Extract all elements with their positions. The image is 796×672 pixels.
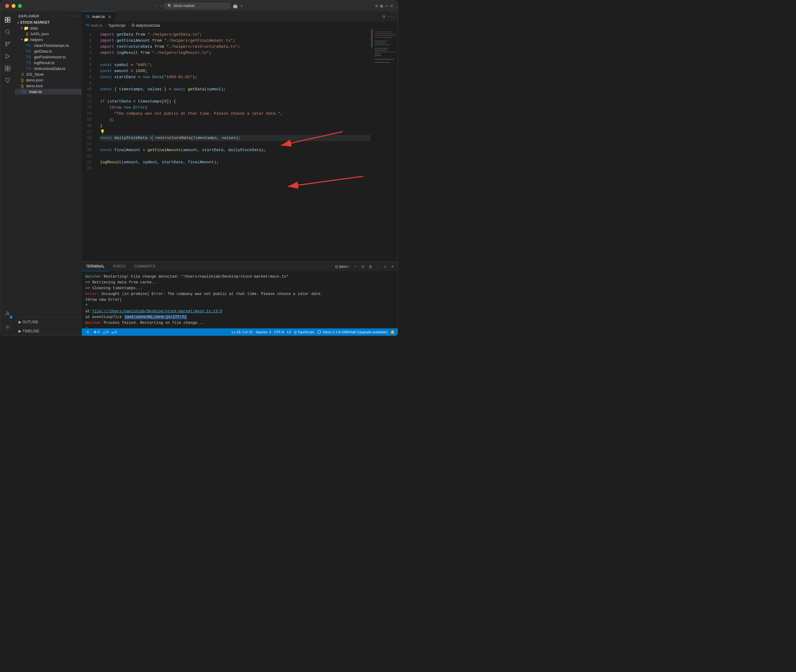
tree-item-ds-store[interactable]: ☰ .DS_Store (15, 72, 82, 77)
terminal-line-2: => Retrieving data from cache... (85, 280, 394, 286)
nav-back-button[interactable]: ← (155, 3, 158, 8)
tree-item-restructuredata[interactable]: TS restructureData.ts (15, 66, 82, 72)
status-bar: X ⊗ 0 △ 0 ⑉ 0 Ln 18, Col 23 Spaces: 4 UT… (82, 328, 398, 336)
status-spaces[interactable]: Spaces: 4 (256, 330, 271, 334)
file-label: getFinalAmount.ts (34, 55, 66, 59)
tree-item-main-ts[interactable]: TS main.ts (15, 89, 82, 94)
status-bell-icon[interactable]: 🔔 (390, 330, 395, 334)
terminal-content[interactable]: Watcher Restarting! File change detected… (82, 272, 398, 328)
maximize-button[interactable] (18, 4, 22, 8)
terminal-split-icon[interactable]: ⊟ (360, 264, 366, 269)
activity-item-extensions[interactable] (2, 63, 13, 74)
sidebar-actions: ··· (70, 14, 78, 19)
status-warnings[interactable]: △ 0 (103, 330, 109, 334)
terminal-link[interactable]: file:///Users/naelshiab/Desktop/stock-ma… (93, 309, 222, 314)
status-line-ending[interactable]: LF (287, 330, 291, 334)
editor-scrollbar[interactable] (370, 29, 373, 261)
terminal-line-3: => Cleaning timestamps... (85, 286, 394, 291)
activity-item-source-control[interactable] (2, 38, 13, 50)
status-encoding[interactable]: UTF-8 (274, 330, 284, 334)
search-bar[interactable]: 🔍 stock-market (164, 2, 231, 9)
panel-icon[interactable]: ▭ (385, 3, 388, 8)
tab-terminal[interactable]: TERMINAL (82, 262, 109, 271)
watcher-label: Watcher (85, 275, 102, 279)
watcher-error-label: Watcher (85, 321, 102, 325)
code-line-20: const finalAmount = getFinalAmount(amoun… (100, 147, 370, 153)
activity-item-settings[interactable] (2, 322, 13, 333)
tab-close-icon[interactable]: ✕ (108, 14, 112, 19)
tree-item-getfinalamount[interactable]: TS getFinalAmount.ts (15, 54, 82, 60)
terminal-add-icon[interactable]: ＋ (352, 263, 358, 270)
editor-container: 1 2 3 4 5 6 7 8 9 10 11 12 13 14 (82, 29, 398, 261)
more-actions-icon[interactable]: ··· (388, 14, 395, 19)
tree-item-aapl-json[interactable]: {} AAPL.json (15, 31, 82, 37)
nav-forward-button[interactable]: → (160, 3, 162, 8)
status-errors[interactable]: ⊗ 0 (94, 330, 100, 334)
folder-arrow-icon: ▾ (21, 26, 22, 30)
titlebar-right: ⊞ ▣ ▭ ⊡ (375, 3, 393, 8)
terminal-more-icon[interactable]: ··· (376, 264, 381, 269)
outline-header[interactable]: ▶ OUTLINE (15, 319, 82, 325)
copilot-icon[interactable]: 🤖 ▾ (233, 3, 243, 8)
svg-rect-26 (375, 53, 380, 54)
sidebar-more-icon[interactable]: ··· (70, 14, 78, 19)
activity-item-testing[interactable] (2, 75, 13, 86)
svg-point-4 (5, 30, 9, 34)
code-content[interactable]: import getData from "./helpers/getData.t… (95, 29, 370, 261)
terminal-panel: TERMINAL PORTS COMMENTS ⊡ deno ▾ ＋ ⊟ 🗑 ·… (82, 261, 398, 328)
status-ln-col[interactable]: Ln 18, Col 23 (232, 330, 253, 334)
split-editor-icon[interactable]: ⊟ (382, 14, 385, 19)
more-layout-icon[interactable]: ⊡ (390, 3, 393, 8)
status-info[interactable]: ⑉ 0 (112, 330, 117, 334)
tree-item-cleantimestamps[interactable]: TS cleanTimestamps.ts (15, 43, 82, 48)
svg-rect-10 (5, 66, 8, 69)
status-x-button[interactable]: X (85, 330, 91, 334)
line-num-12: 12 (82, 99, 95, 105)
svg-rect-2 (5, 20, 7, 22)
svg-rect-23 (375, 48, 388, 49)
tree-item-helpers-folder[interactable]: ▾ 📁 helpers (15, 37, 82, 43)
tree-item-logresult[interactable]: TS logResult.ts (15, 60, 82, 66)
code-editor[interactable]: 1 2 3 4 5 6 7 8 9 10 11 12 13 14 (82, 29, 398, 261)
activity-item-explorer[interactable] (2, 14, 13, 25)
breadcrumb-symbol[interactable]: ⦿ dailyStockData (131, 23, 160, 28)
terminal-maximize-icon[interactable]: ∧ (383, 264, 388, 269)
info-count: ⑉ 0 (112, 330, 117, 334)
tree-item-deno-lock[interactable]: {} deno.lock (15, 83, 82, 89)
code-line-1: import getData from "./helpers/getData.t… (100, 32, 370, 38)
layout-icon[interactable]: ⊞ (375, 3, 378, 8)
tab-comments[interactable]: COMMENTS (130, 262, 160, 271)
svg-rect-20 (375, 41, 387, 42)
code-line-13: throw new Error( (100, 105, 370, 111)
tree-item-deno-json[interactable]: {} deno.json (15, 77, 82, 83)
activity-item-search[interactable] (2, 26, 13, 37)
folder-icon: 📁 (24, 37, 29, 42)
terminal-close-icon[interactable]: ✕ (390, 264, 395, 269)
terminal-trash-icon[interactable]: 🗑 (368, 264, 374, 269)
breadcrumb-file[interactable]: TS main.ts (85, 23, 102, 28)
status-language[interactable]: {} TypeScript (294, 330, 314, 334)
sidebar-icon[interactable]: ▣ (380, 3, 383, 8)
line-num-10: 10 (82, 86, 95, 93)
breadcrumb-ts-icon: TS (85, 24, 90, 27)
timeline-header[interactable]: ▶ TIMELINE (15, 328, 82, 334)
tree-item-data-folder[interactable]: ▾ 📁 data (15, 25, 82, 31)
svg-rect-16 (375, 32, 391, 32)
tab-ports[interactable]: PORTS (109, 262, 130, 271)
activity-item-account[interactable]: 1 (2, 308, 13, 319)
ts-icon: TS (26, 43, 31, 48)
activity-item-run[interactable] (2, 51, 13, 62)
close-button[interactable] (5, 4, 9, 8)
line-num-11: 11 (82, 93, 95, 99)
app-window: ← → 🔍 stock-market 🤖 ▾ ⊞ ▣ ▭ ⊡ (0, 0, 398, 336)
breadcrumb-sep2: › (127, 23, 129, 28)
minimize-button[interactable] (11, 4, 16, 8)
terminal-line-7: at file:///Users/naelshiab/Desktop/stock… (85, 309, 394, 314)
tree-project-root[interactable]: ▾ STOCK-MARKET (15, 20, 82, 25)
tree-item-getdata[interactable]: TS getData.ts (15, 48, 82, 54)
breadcrumb-lang[interactable]: TypeScript (108, 23, 126, 28)
status-runtime[interactable]: Deno 2.1.9+28834a8 (Upgrade available) (317, 330, 387, 334)
tab-main-ts[interactable]: TS main.ts ✕ (82, 11, 115, 22)
sidebar-bottom: ▶ OUTLINE ▶ TIMELINE (15, 317, 82, 336)
breadcrumb: TS main.ts › TypeScript › ⦿ dailyStockDa… (82, 22, 398, 29)
